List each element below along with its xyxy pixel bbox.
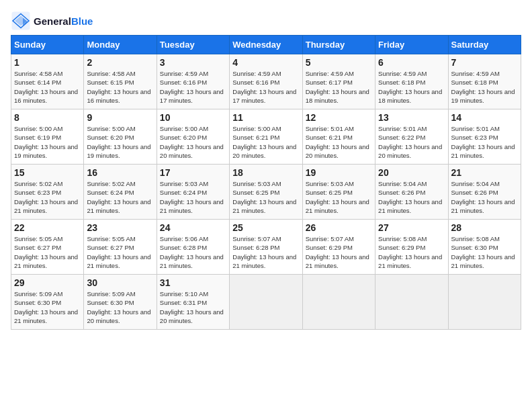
day-number: 4 (232, 57, 299, 68)
day-info: Sunrise: 5:06 AMSunset: 6:28 PMDaylight:… (160, 234, 226, 270)
day-number: 14 (451, 112, 518, 123)
calendar-cell: 6Sunrise: 4:59 AMSunset: 6:18 PMDaylight… (375, 54, 448, 109)
day-number: 28 (451, 222, 518, 233)
calendar-cell: 1Sunrise: 4:58 AMSunset: 6:14 PMDaylight… (11, 54, 84, 109)
day-number: 18 (232, 167, 299, 178)
calendar-cell: 29Sunrise: 5:09 AMSunset: 6:30 PMDayligh… (11, 275, 84, 330)
page-header: GeneralBlue (11, 11, 521, 31)
calendar-cell: 9Sunrise: 5:00 AMSunset: 6:20 PMDaylight… (84, 109, 157, 165)
calendar-cell: 27Sunrise: 5:08 AMSunset: 6:29 PMDayligh… (375, 220, 448, 275)
calendar-cell (230, 275, 302, 330)
day-number: 25 (232, 222, 299, 233)
day-info: Sunrise: 4:59 AMSunset: 6:16 PMDaylight:… (160, 69, 226, 105)
day-number: 16 (87, 167, 153, 178)
calendar-cell: 25Sunrise: 5:07 AMSunset: 6:28 PMDayligh… (230, 220, 302, 275)
day-number: 10 (160, 112, 226, 123)
calendar-cell: 13Sunrise: 5:01 AMSunset: 6:22 PMDayligh… (375, 109, 448, 165)
calendar-cell: 12Sunrise: 5:01 AMSunset: 6:21 PMDayligh… (302, 109, 375, 165)
calendar-cell: 11Sunrise: 5:00 AMSunset: 6:21 PMDayligh… (230, 109, 302, 165)
day-info: Sunrise: 5:03 AMSunset: 6:25 PMDaylight:… (232, 179, 299, 215)
calendar-cell: 16Sunrise: 5:02 AMSunset: 6:24 PMDayligh… (84, 165, 157, 220)
day-number: 11 (232, 112, 299, 123)
day-info: Sunrise: 5:04 AMSunset: 6:26 PMDaylight:… (451, 179, 518, 215)
weekday-header: Monday (84, 36, 157, 54)
calendar-cell: 31Sunrise: 5:10 AMSunset: 6:31 PMDayligh… (157, 275, 229, 330)
day-info: Sunrise: 5:03 AMSunset: 6:24 PMDaylight:… (160, 179, 226, 215)
calendar-cell (375, 275, 448, 330)
day-number: 9 (87, 112, 153, 123)
day-number: 19 (306, 167, 372, 178)
day-info: Sunrise: 5:00 AMSunset: 6:19 PMDaylight:… (14, 124, 81, 160)
day-number: 2 (87, 57, 153, 68)
day-info: Sunrise: 5:00 AMSunset: 6:20 PMDaylight:… (87, 124, 153, 160)
day-info: Sunrise: 5:00 AMSunset: 6:21 PMDaylight:… (232, 124, 299, 160)
weekday-header: Thursday (302, 36, 375, 54)
day-info: Sunrise: 5:10 AMSunset: 6:31 PMDaylight:… (160, 289, 226, 325)
calendar-cell: 14Sunrise: 5:01 AMSunset: 6:23 PMDayligh… (448, 109, 521, 165)
calendar-cell: 30Sunrise: 5:09 AMSunset: 6:30 PMDayligh… (84, 275, 157, 330)
day-number: 27 (378, 222, 445, 233)
day-info: Sunrise: 5:01 AMSunset: 6:23 PMDaylight:… (451, 124, 518, 160)
day-info: Sunrise: 5:00 AMSunset: 6:20 PMDaylight:… (160, 124, 226, 160)
calendar-cell (302, 275, 375, 330)
day-info: Sunrise: 5:07 AMSunset: 6:28 PMDaylight:… (232, 234, 299, 270)
day-number: 3 (160, 57, 226, 68)
day-info: Sunrise: 5:09 AMSunset: 6:30 PMDaylight:… (14, 289, 81, 325)
calendar-cell: 26Sunrise: 5:07 AMSunset: 6:29 PMDayligh… (302, 220, 375, 275)
day-number: 6 (378, 57, 445, 68)
day-number: 12 (306, 112, 372, 123)
day-info: Sunrise: 5:01 AMSunset: 6:22 PMDaylight:… (378, 124, 445, 160)
calendar-cell: 28Sunrise: 5:08 AMSunset: 6:30 PMDayligh… (448, 220, 521, 275)
weekday-header: Friday (375, 36, 448, 54)
day-info: Sunrise: 5:05 AMSunset: 6:27 PMDaylight:… (87, 234, 153, 270)
day-info: Sunrise: 5:09 AMSunset: 6:30 PMDaylight:… (87, 289, 153, 325)
weekday-header: Saturday (448, 36, 521, 54)
day-info: Sunrise: 5:05 AMSunset: 6:27 PMDaylight:… (14, 234, 81, 270)
calendar-cell: 2Sunrise: 4:58 AMSunset: 6:15 PMDaylight… (84, 54, 157, 109)
calendar-cell: 17Sunrise: 5:03 AMSunset: 6:24 PMDayligh… (157, 165, 229, 220)
day-number: 1 (14, 57, 81, 68)
day-info: Sunrise: 5:02 AMSunset: 6:24 PMDaylight:… (87, 179, 153, 215)
weekday-header: Sunday (11, 36, 84, 54)
calendar-cell: 23Sunrise: 5:05 AMSunset: 6:27 PMDayligh… (84, 220, 157, 275)
day-number: 24 (160, 222, 226, 233)
day-info: Sunrise: 4:58 AMSunset: 6:14 PMDaylight:… (14, 69, 81, 105)
logo-icon (11, 11, 31, 31)
weekday-header: Wednesday (230, 36, 302, 54)
day-number: 31 (160, 277, 226, 288)
calendar-cell: 24Sunrise: 5:06 AMSunset: 6:28 PMDayligh… (157, 220, 229, 275)
calendar-cell: 7Sunrise: 4:59 AMSunset: 6:18 PMDaylight… (448, 54, 521, 109)
calendar-cell: 4Sunrise: 4:59 AMSunset: 6:16 PMDaylight… (230, 54, 302, 109)
day-number: 7 (451, 57, 518, 68)
calendar-cell: 5Sunrise: 4:59 AMSunset: 6:17 PMDaylight… (302, 54, 375, 109)
calendar-table: SundayMondayTuesdayWednesdayThursdayFrid… (11, 35, 521, 330)
day-info: Sunrise: 5:04 AMSunset: 6:26 PMDaylight:… (378, 179, 445, 215)
logo: GeneralBlue (11, 11, 93, 31)
logo-text: GeneralBlue (34, 15, 93, 27)
weekday-header: Tuesday (157, 36, 229, 54)
calendar-cell: 8Sunrise: 5:00 AMSunset: 6:19 PMDaylight… (11, 109, 84, 165)
day-info: Sunrise: 4:59 AMSunset: 6:17 PMDaylight:… (306, 69, 372, 105)
calendar-cell: 19Sunrise: 5:03 AMSunset: 6:25 PMDayligh… (302, 165, 375, 220)
day-number: 23 (87, 222, 153, 233)
day-info: Sunrise: 5:02 AMSunset: 6:23 PMDaylight:… (14, 179, 81, 215)
calendar-cell: 15Sunrise: 5:02 AMSunset: 6:23 PMDayligh… (11, 165, 84, 220)
day-info: Sunrise: 5:08 AMSunset: 6:29 PMDaylight:… (378, 234, 445, 270)
day-info: Sunrise: 5:01 AMSunset: 6:21 PMDaylight:… (306, 124, 372, 160)
day-info: Sunrise: 4:59 AMSunset: 6:18 PMDaylight:… (378, 69, 445, 105)
day-info: Sunrise: 4:59 AMSunset: 6:16 PMDaylight:… (232, 69, 299, 105)
day-number: 5 (306, 57, 372, 68)
calendar-cell: 3Sunrise: 4:59 AMSunset: 6:16 PMDaylight… (157, 54, 229, 109)
day-info: Sunrise: 5:08 AMSunset: 6:30 PMDaylight:… (451, 234, 518, 270)
day-number: 26 (306, 222, 372, 233)
day-number: 8 (14, 112, 81, 123)
day-number: 22 (14, 222, 81, 233)
day-number: 29 (14, 277, 81, 288)
calendar-cell: 22Sunrise: 5:05 AMSunset: 6:27 PMDayligh… (11, 220, 84, 275)
calendar-cell: 20Sunrise: 5:04 AMSunset: 6:26 PMDayligh… (375, 165, 448, 220)
day-info: Sunrise: 4:58 AMSunset: 6:15 PMDaylight:… (87, 69, 153, 105)
calendar-cell (448, 275, 521, 330)
calendar-cell: 18Sunrise: 5:03 AMSunset: 6:25 PMDayligh… (230, 165, 302, 220)
calendar-cell: 10Sunrise: 5:00 AMSunset: 6:20 PMDayligh… (157, 109, 229, 165)
day-info: Sunrise: 5:03 AMSunset: 6:25 PMDaylight:… (306, 179, 372, 215)
